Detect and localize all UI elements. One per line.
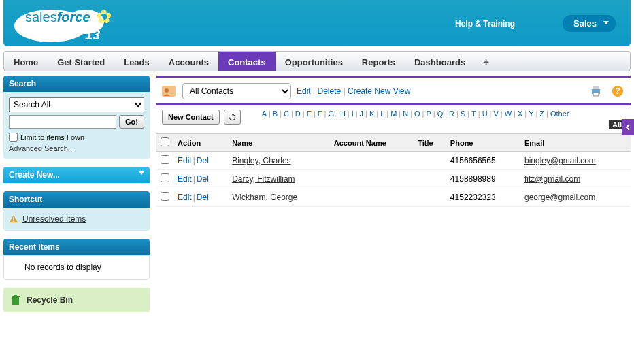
- contacts-icon: [161, 83, 177, 99]
- row-email-link[interactable]: fitz@gmail.com: [524, 174, 580, 184]
- create-new-panel: Create New...: [3, 167, 150, 183]
- search-scope-select[interactable]: Search All: [9, 97, 144, 112]
- logo-text: salesforce: [25, 10, 90, 25]
- alpha-v[interactable]: V: [493, 110, 499, 118]
- svg-rect-6: [14, 295, 17, 296]
- alpha-x[interactable]: X: [517, 110, 523, 118]
- help-training-link[interactable]: Help & Training: [455, 19, 515, 29]
- alpha-h[interactable]: H: [339, 110, 346, 118]
- row-name-link[interactable]: Bingley, Charles: [232, 156, 290, 165]
- alpha-i[interactable]: I: [351, 110, 354, 118]
- search-go-button[interactable]: Go!: [119, 115, 144, 129]
- alpha-filter: A|B|C|D|E|F|G|H|I|J|K|L|M|N|O|P|Q|R|S|T|…: [261, 110, 625, 118]
- alpha-g[interactable]: G: [327, 110, 335, 118]
- row-del-link[interactable]: Del: [197, 193, 209, 202]
- alpha-b[interactable]: B: [272, 110, 278, 118]
- alpha-q[interactable]: Q: [437, 110, 444, 118]
- alpha-e[interactable]: E: [306, 110, 312, 118]
- svg-rect-11: [593, 93, 599, 96]
- svg-rect-5: [12, 296, 20, 297]
- unresolved-items-link[interactable]: Unresolved Items: [22, 214, 86, 224]
- select-all-checkbox[interactable]: [161, 137, 169, 146]
- alpha-w[interactable]: W: [504, 110, 512, 118]
- col-name[interactable]: Name: [228, 134, 330, 152]
- alpha-m[interactable]: M: [390, 110, 397, 118]
- view-create-new-link[interactable]: Create New View: [348, 86, 410, 96]
- chevron-down-icon: [603, 21, 609, 24]
- svg-rect-10: [593, 86, 599, 89]
- alpha-p[interactable]: P: [425, 110, 431, 118]
- row-phone: 4152232323: [446, 188, 520, 207]
- col-account[interactable]: Account Name: [330, 134, 414, 152]
- create-new-button[interactable]: Create New...: [3, 167, 150, 183]
- app-picker[interactable]: Sales: [563, 15, 616, 32]
- row-email-link[interactable]: george@gmail.com: [524, 193, 595, 202]
- row-edit-link[interactable]: Edit: [178, 174, 192, 184]
- row-name-link[interactable]: Darcy, Fitzwilliam: [232, 174, 295, 184]
- alpha-d[interactable]: D: [295, 110, 301, 118]
- alpha-s[interactable]: S: [460, 110, 466, 118]
- col-email[interactable]: Email: [520, 134, 631, 152]
- alpha-u[interactable]: U: [482, 110, 488, 118]
- alpha-n[interactable]: N: [402, 110, 409, 118]
- chevron-left-icon: [624, 124, 631, 131]
- row-edit-link[interactable]: Edit: [178, 156, 192, 165]
- alpha-j[interactable]: J: [359, 110, 365, 118]
- svg-rect-3: [13, 221, 14, 222]
- row-del-link[interactable]: Del: [197, 174, 209, 184]
- table-row: Edit|DelBingley, Charles4156656565bingle…: [156, 152, 631, 170]
- content-area: All Contacts Edit | Delete | Create New …: [156, 76, 631, 312]
- svg-rect-2: [13, 217, 14, 220]
- tab-home[interactable]: Home: [4, 52, 48, 71]
- sidebar-collapse-tab[interactable]: [622, 119, 634, 135]
- limit-checkbox[interactable]: [9, 133, 18, 142]
- tab-accounts[interactable]: Accounts: [159, 52, 218, 71]
- col-title[interactable]: Title: [414, 134, 446, 152]
- row-account: [330, 170, 414, 188]
- tab-leads[interactable]: Leads: [114, 52, 159, 71]
- view-delete-link[interactable]: Delete: [317, 86, 341, 96]
- recycle-bin-icon: [10, 295, 21, 305]
- row-checkbox[interactable]: [161, 192, 169, 201]
- col-phone[interactable]: Phone: [446, 134, 520, 152]
- view-select[interactable]: All Contacts: [182, 83, 291, 99]
- view-edit-link[interactable]: Edit: [297, 86, 311, 96]
- row-checkbox[interactable]: [161, 155, 169, 164]
- recycle-bin-link[interactable]: Recycle Bin: [3, 288, 150, 312]
- row-account: [330, 152, 414, 170]
- alpha-c[interactable]: C: [283, 110, 290, 118]
- search-input[interactable]: [9, 115, 116, 129]
- alpha-z[interactable]: Z: [539, 110, 545, 118]
- row-edit-link[interactable]: Edit: [178, 193, 192, 202]
- row-title: [414, 188, 446, 207]
- advanced-search-link[interactable]: Advanced Search...: [9, 144, 74, 152]
- recycle-bin-label: Recycle Bin: [27, 295, 73, 305]
- shortcut-panel: Shortcut Unresolved Items: [3, 191, 150, 231]
- row-email-link[interactable]: bingley@gmail.com: [524, 156, 596, 165]
- alpha-f[interactable]: F: [317, 110, 323, 118]
- tab-contacts[interactable]: Contacts: [218, 52, 276, 71]
- alpha-r[interactable]: R: [448, 110, 455, 118]
- row-del-link[interactable]: Del: [197, 156, 209, 165]
- tab-reports[interactable]: Reports: [352, 52, 405, 71]
- refresh-button[interactable]: [224, 110, 241, 125]
- refresh-icon: [228, 113, 237, 122]
- logo-version: 13: [85, 27, 100, 43]
- tab-add[interactable]: +: [475, 52, 497, 71]
- help-icon[interactable]: ?: [612, 85, 624, 97]
- tab-dashboards[interactable]: Dashboards: [405, 52, 475, 71]
- row-checkbox[interactable]: [161, 173, 169, 182]
- alpha-o[interactable]: O: [414, 110, 421, 118]
- chevron-down-icon: [139, 171, 144, 175]
- alpha-k[interactable]: K: [369, 110, 375, 118]
- print-icon[interactable]: [590, 85, 602, 97]
- tab-get-started[interactable]: Get Started: [48, 52, 114, 71]
- new-contact-button[interactable]: New Contact: [162, 110, 220, 125]
- contacts-table: Action Name Account Name Title Phone Ema…: [156, 133, 631, 207]
- table-row: Edit|DelDarcy, Fitzwilliam4158898989fitz…: [156, 170, 631, 188]
- alpha-other[interactable]: Other: [550, 110, 570, 118]
- alpha-a[interactable]: A: [261, 110, 267, 118]
- row-name-link[interactable]: Wickham, George: [232, 193, 297, 202]
- alpha-t[interactable]: T: [471, 110, 477, 118]
- tab-opportunities[interactable]: Opportunities: [276, 52, 352, 71]
